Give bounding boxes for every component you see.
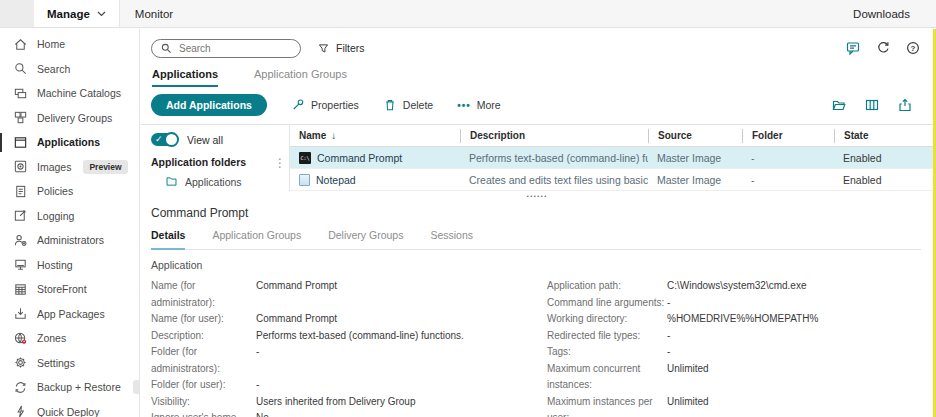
panel-splitter-handle[interactable]: ...... bbox=[141, 191, 933, 201]
add-applications-button[interactable]: Add Applications bbox=[151, 94, 267, 116]
panel-resize-handle[interactable]: ⋮ bbox=[274, 157, 286, 169]
monitor-tab[interactable]: Monitor bbox=[120, 8, 188, 20]
detail-tab-delivery-groups[interactable]: Delivery Groups bbox=[328, 229, 403, 249]
folder-view-icon[interactable] bbox=[831, 97, 847, 113]
hosting-icon bbox=[13, 257, 28, 272]
sidebar-item-app-packages[interactable]: App Packages bbox=[0, 302, 139, 327]
settings-gear-icon bbox=[13, 355, 28, 370]
table-header: Name ↓ Description Source Folder State bbox=[290, 125, 933, 147]
detail-column-left: Name (for administrator):Command Prompt … bbox=[151, 278, 547, 417]
folder-tree-item-applications[interactable]: Applications bbox=[165, 175, 289, 188]
backup-restore-icon bbox=[13, 380, 28, 395]
delivery-groups-icon bbox=[13, 110, 28, 125]
sidebar-item-backup-restore[interactable]: Backup + Restore Preview bbox=[0, 375, 139, 400]
search-input[interactable] bbox=[179, 43, 292, 54]
sidebar-item-storefront[interactable]: StoreFront bbox=[0, 277, 139, 302]
view-all-toggle[interactable]: ✓ View all bbox=[151, 133, 289, 146]
detail-row: Application path:C:\Windows\system32\cmd… bbox=[547, 278, 921, 295]
search-box[interactable] bbox=[151, 39, 301, 58]
detail-tab-details[interactable]: Details bbox=[151, 229, 185, 250]
export-icon[interactable] bbox=[897, 97, 913, 113]
search-icon bbox=[13, 61, 28, 76]
splitter-dots-icon: ...... bbox=[526, 191, 547, 198]
sidebar: Home Search Machine Catalogs Delivery Gr… bbox=[0, 29, 140, 417]
preview-badge: Preview bbox=[133, 380, 140, 394]
top-bar: Manage Monitor Downloads bbox=[0, 0, 936, 28]
detail-title: Command Prompt bbox=[151, 206, 921, 220]
sidebar-item-administrators[interactable]: Administrators bbox=[0, 228, 139, 253]
column-header-folder[interactable]: Folder bbox=[742, 129, 834, 143]
folder-icon bbox=[165, 175, 178, 188]
sidebar-item-logging[interactable]: Logging bbox=[0, 204, 139, 229]
downloads-link[interactable]: Downloads bbox=[853, 8, 936, 20]
detail-row: Tags:- bbox=[547, 344, 921, 361]
column-header-name[interactable]: Name ↓ bbox=[290, 129, 460, 143]
sort-desc-icon: ↓ bbox=[331, 130, 336, 141]
column-header-description[interactable]: Description bbox=[460, 129, 648, 143]
columns-icon[interactable] bbox=[864, 97, 880, 113]
sidebar-item-delivery-groups[interactable]: Delivery Groups bbox=[0, 106, 139, 131]
sidebar-item-policies[interactable]: Policies bbox=[0, 179, 139, 204]
manage-menu[interactable]: Manage bbox=[34, 0, 120, 27]
storefront-icon bbox=[13, 282, 28, 297]
images-icon bbox=[13, 159, 28, 174]
detail-tab-sessions[interactable]: Sessions bbox=[430, 229, 473, 249]
state-value: Enabled bbox=[834, 173, 933, 187]
sidebar-item-hosting[interactable]: Hosting bbox=[0, 253, 139, 278]
citrix-manage-console: Manage Monitor Downloads Home Search Mac… bbox=[0, 0, 936, 417]
sidebar-item-applications[interactable]: Applications bbox=[0, 130, 139, 155]
machine-catalogs-icon bbox=[13, 86, 28, 101]
manage-label: Manage bbox=[47, 8, 90, 20]
detail-row: Working directory:%HOMEDRIVE%%HOMEPATH% bbox=[547, 311, 921, 328]
sidebar-item-settings[interactable]: Settings bbox=[0, 351, 139, 376]
filters-button[interactable]: Filters bbox=[317, 42, 365, 55]
wrench-icon bbox=[291, 98, 305, 112]
properties-button[interactable]: Properties bbox=[291, 98, 359, 112]
help-icon[interactable]: ? bbox=[905, 40, 921, 56]
column-header-source[interactable]: Source bbox=[648, 129, 742, 143]
toggle-switch-on: ✓ bbox=[151, 133, 178, 146]
notepad-app-icon bbox=[299, 174, 310, 186]
sidebar-item-images[interactable]: Images Preview bbox=[0, 155, 139, 180]
detail-row: Maximum concurrent instances:Unlimited bbox=[547, 361, 921, 394]
tab-application-groups[interactable]: Application Groups bbox=[254, 68, 347, 87]
sidebar-item-quick-deploy[interactable]: Quick Deploy bbox=[0, 400, 139, 417]
main-content: Filters ? Applications Application Group… bbox=[141, 29, 933, 417]
policies-icon bbox=[13, 184, 28, 199]
view-tabs: Applications Application Groups bbox=[141, 59, 933, 87]
detail-tab-application-groups[interactable]: Application Groups bbox=[212, 229, 301, 249]
command-prompt-app-icon: C:\ bbox=[299, 152, 311, 164]
delete-button[interactable]: Delete bbox=[383, 98, 433, 112]
state-value: Enabled bbox=[834, 151, 933, 165]
zones-icon bbox=[13, 331, 28, 346]
refresh-icon[interactable] bbox=[875, 40, 891, 56]
table-actions bbox=[831, 97, 921, 113]
detail-row: Name (for user):Command Prompt bbox=[151, 311, 547, 328]
table-row-command-prompt[interactable]: C:\ Command Prompt Performs text-based (… bbox=[290, 147, 933, 169]
detail-row: Redirected file types:- bbox=[547, 328, 921, 345]
table-row-notepad[interactable]: Notepad Creates and edits text files usi… bbox=[290, 169, 933, 191]
sidebar-item-search[interactable]: Search bbox=[0, 57, 139, 82]
applications-list-area: ✓ View all Application folders Applicati… bbox=[141, 124, 933, 191]
toolbar: Add Applications Properties Delete ••• M… bbox=[141, 87, 933, 124]
tab-applications[interactable]: Applications bbox=[152, 68, 218, 87]
column-header-state[interactable]: State bbox=[834, 129, 933, 143]
feedback-icon[interactable] bbox=[845, 40, 861, 56]
detail-row: Maximum instances per user:Unlimited bbox=[547, 394, 921, 417]
filter-funnel-icon bbox=[317, 42, 330, 55]
sidebar-item-home[interactable]: Home bbox=[0, 32, 139, 57]
detail-row: Folder (for user):- bbox=[151, 377, 547, 394]
more-button[interactable]: ••• More bbox=[457, 99, 500, 111]
logging-icon bbox=[13, 208, 28, 223]
home-icon bbox=[13, 37, 28, 52]
trash-icon bbox=[383, 98, 397, 112]
detail-panel: Command Prompt Details Application Group… bbox=[141, 201, 933, 417]
detail-row: Command line arguments:- bbox=[547, 295, 921, 312]
sidebar-item-machine-catalogs[interactable]: Machine Catalogs bbox=[0, 81, 139, 106]
applications-icon bbox=[13, 135, 28, 150]
search-icon bbox=[160, 42, 173, 55]
sidebar-item-zones[interactable]: Zones bbox=[0, 326, 139, 351]
search-row: Filters ? bbox=[141, 29, 933, 59]
logo bbox=[0, 0, 34, 27]
detail-grid: Name (for administrator):Command Prompt … bbox=[151, 278, 921, 417]
